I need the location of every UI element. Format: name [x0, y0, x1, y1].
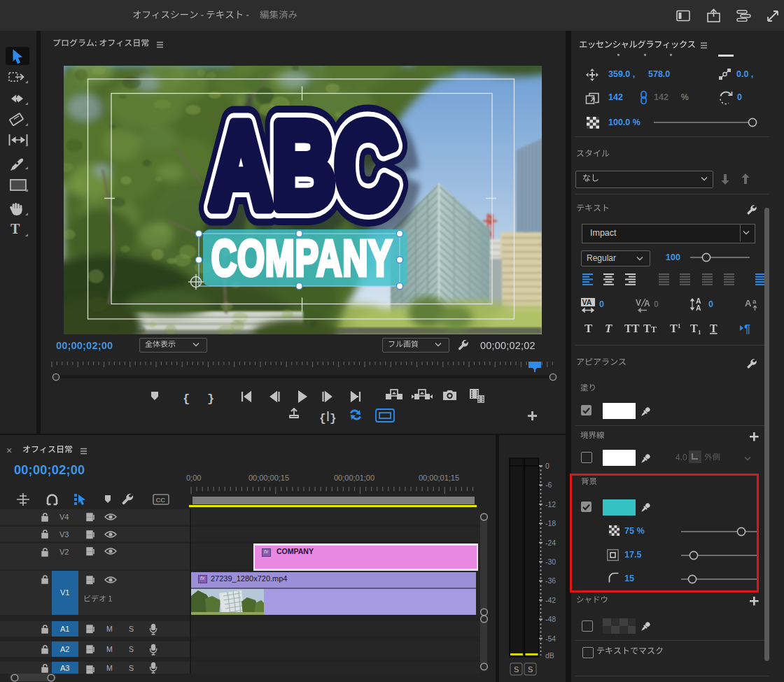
svg-text:CC: CC	[156, 496, 166, 504]
svg-text:T: T	[670, 322, 678, 334]
svg-text:A: A	[745, 298, 752, 308]
svg-text:T: T	[643, 322, 651, 334]
svg-text:-42: -42	[545, 596, 556, 604]
svg-text:T: T	[651, 325, 657, 334]
svg-text:-6: -6	[545, 481, 552, 489]
svg-text:COMPANY: COMPANY	[211, 230, 393, 286]
svg-text:T: T	[690, 322, 698, 334]
svg-text:V: V	[636, 298, 641, 308]
svg-text:S: S	[514, 665, 519, 674]
svg-text:A: A	[644, 299, 650, 308]
svg-text:TT: TT	[624, 322, 640, 334]
svg-text:}: }	[330, 413, 337, 425]
svg-text:}: }	[207, 392, 214, 406]
svg-text:1: 1	[678, 322, 681, 329]
svg-text:T: T	[10, 221, 20, 236]
svg-text:dB: dB	[545, 651, 554, 660]
svg-text:-18: -18	[545, 519, 556, 527]
svg-text:T: T	[605, 322, 612, 335]
svg-text:{: {	[319, 413, 326, 425]
svg-text:-36: -36	[545, 576, 556, 585]
svg-text:ABC: ABC	[210, 98, 398, 233]
svg-text:S: S	[528, 665, 533, 674]
svg-text:-48: -48	[545, 615, 556, 623]
svg-text:VA: VA	[582, 298, 592, 306]
svg-text:-54: -54	[545, 634, 556, 643]
svg-text:¶: ¶	[744, 323, 750, 335]
svg-text:-30: -30	[545, 557, 556, 566]
svg-text:T: T	[710, 322, 718, 334]
svg-text:-24: -24	[545, 539, 556, 547]
svg-text:a: a	[752, 297, 757, 305]
svg-text:A: A	[696, 304, 701, 312]
svg-text:T: T	[584, 322, 593, 335]
svg-text:1: 1	[698, 329, 701, 336]
svg-text:{: {	[183, 392, 190, 406]
svg-text:-12: -12	[545, 500, 556, 509]
svg-text:0: 0	[545, 462, 550, 470]
